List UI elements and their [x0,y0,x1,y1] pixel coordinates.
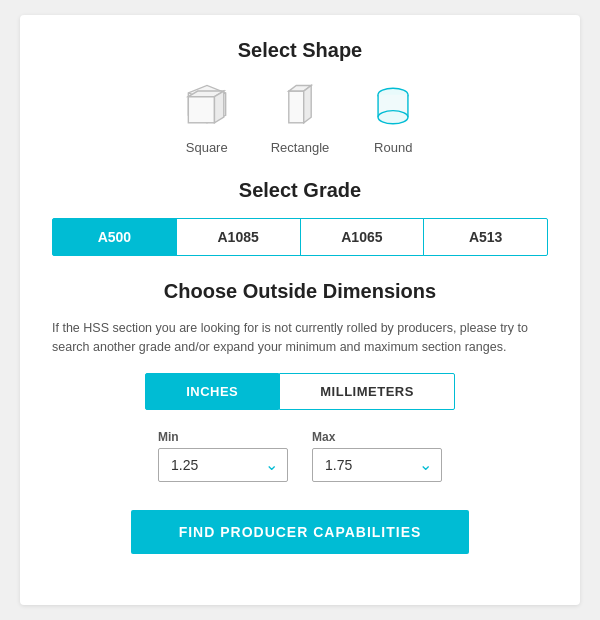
grade-title: Select Grade [52,179,548,202]
round-icon [365,78,421,134]
grade-row: A500 A1085 A1065 A513 [52,218,548,256]
shape-round[interactable]: Round [365,78,421,155]
svg-marker-7 [304,85,311,122]
svg-marker-4 [214,91,223,123]
find-producer-button[interactable]: FIND PRODUCER CAPABILITIES [131,510,470,554]
rectangle-label: Rectangle [271,140,330,155]
svg-rect-2 [188,97,214,123]
min-label: Min [158,430,288,444]
rectangle-icon [272,78,328,134]
grade-a513[interactable]: A513 [423,218,548,256]
dimensions-title: Choose Outside Dimensions [52,280,548,303]
shape-row: Square Rectangle [52,78,548,155]
unit-millimeters[interactable]: MILLIMETERS [279,373,455,410]
min-group: Min 1.25 1.50 1.75 2.00 ⌄ [158,430,288,482]
dimensions-section: Choose Outside Dimensions If the HSS sec… [52,280,548,554]
max-label: Max [312,430,442,444]
shape-square[interactable]: Square [179,78,235,155]
unit-inches[interactable]: INCHES [145,373,279,410]
square-label: Square [186,140,228,155]
max-select-wrapper: 1.25 1.50 1.75 2.00 ⌄ [312,448,442,482]
shape-title: Select Shape [52,39,548,62]
min-select[interactable]: 1.25 1.50 1.75 2.00 [158,448,288,482]
dimensions-desc: If the HSS section you are looking for i… [52,319,548,357]
grade-section: Select Grade A500 A1085 A1065 A513 [52,179,548,256]
main-card: Select Shape Square [20,15,580,605]
grade-a500[interactable]: A500 [52,218,177,256]
shape-rectangle[interactable]: Rectangle [271,78,330,155]
svg-rect-5 [289,91,304,123]
range-row: Min 1.25 1.50 1.75 2.00 ⌄ Max 1.25 1 [52,430,548,482]
grade-a1065[interactable]: A1065 [300,218,425,256]
min-select-wrapper: 1.25 1.50 1.75 2.00 ⌄ [158,448,288,482]
shape-section: Select Shape Square [52,39,548,155]
max-group: Max 1.25 1.50 1.75 2.00 ⌄ [312,430,442,482]
grade-a1085[interactable]: A1085 [176,218,301,256]
unit-row: INCHES MILLIMETERS [52,373,548,410]
round-label: Round [374,140,412,155]
svg-point-12 [378,111,408,124]
max-select[interactable]: 1.25 1.50 1.75 2.00 [312,448,442,482]
square-icon [179,78,235,134]
